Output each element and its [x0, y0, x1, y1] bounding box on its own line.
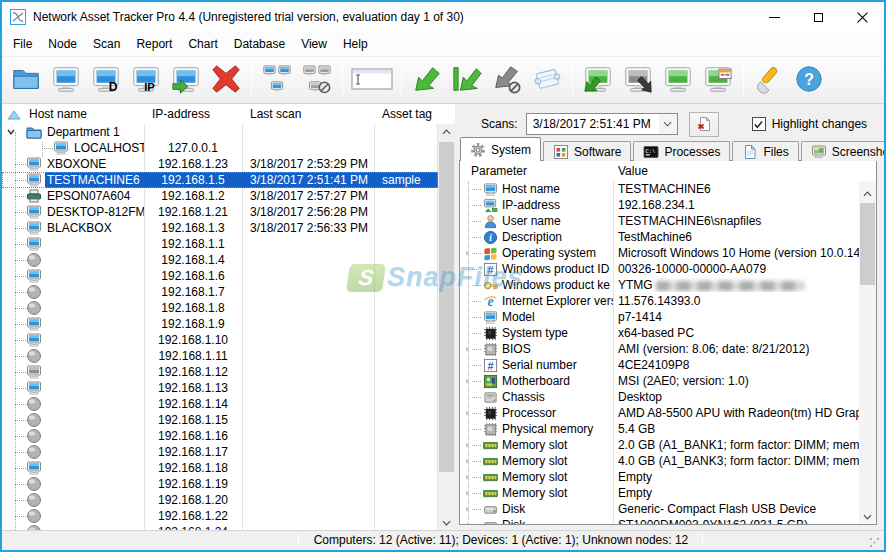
chevron-right-icon[interactable]: ›	[462, 472, 472, 482]
tab-system[interactable]: System	[460, 137, 541, 161]
help-button[interactable]: ?	[789, 60, 829, 100]
chevron-right-icon[interactable]: ›	[462, 520, 472, 524]
tree-row[interactable]: 192.168.1.6	[2, 268, 438, 284]
delete-scan-button[interactable]	[689, 112, 719, 137]
menu-view[interactable]: View	[293, 34, 335, 54]
menu-help[interactable]: Help	[335, 34, 376, 54]
rescan-node-button[interactable]	[407, 60, 447, 100]
parameter-row[interactable]: Physical memory5.4 GB	[460, 421, 859, 437]
menu-file[interactable]: File	[5, 34, 40, 54]
scroll-up-icon[interactable]	[859, 186, 876, 201]
tree-row[interactable]: LOCALHOST127.0.0.1	[2, 140, 438, 156]
menu-node[interactable]: Node	[40, 34, 85, 54]
parameter-row[interactable]: eInternet Explorer vers11.576.14393.0	[460, 293, 859, 309]
tree-row[interactable]: BLACKBOX192.168.1.33/18/2017 2:56:33 PM	[2, 220, 438, 236]
scan-network-button[interactable]	[257, 60, 297, 100]
tree-row[interactable]: 192.168.1.22	[2, 508, 438, 524]
highlight-changes-toggle[interactable]: Highlight changes	[752, 117, 867, 131]
add-computer-button[interactable]	[46, 60, 86, 100]
parameter-row[interactable]: ›BIOSAMI (version: 8.06; date: 8/21/2012…	[460, 341, 859, 357]
tree-row[interactable]: 192.168.1.12	[2, 364, 438, 380]
tab-files[interactable]: Files	[732, 141, 798, 161]
scroll-down-icon[interactable]	[859, 509, 876, 524]
parameter-row[interactable]: Modelp7-1414	[460, 309, 859, 325]
chevron-down-icon[interactable]	[659, 114, 677, 134]
send-message-button[interactable]	[698, 60, 738, 100]
chevron-right-icon[interactable]: ›	[462, 376, 472, 386]
tree-row[interactable]: 192.168.1.8	[2, 300, 438, 316]
parameter-row[interactable]: ›Operating systemMicrosoft Windows 10 Ho…	[460, 245, 859, 261]
scan-log-button[interactable]	[527, 60, 567, 100]
parameter-row[interactable]: ChassisDesktop	[460, 389, 859, 405]
tree-row[interactable]: 192.168.1.19	[2, 476, 438, 492]
chevron-right-icon[interactable]: ›	[462, 488, 472, 498]
remote-shutdown-button[interactable]	[618, 60, 658, 100]
tree-row[interactable]: 192.168.1.16	[2, 428, 438, 444]
parameter-row[interactable]: System typex64-based PC	[460, 325, 859, 341]
tree-scrollbar[interactable]	[438, 124, 455, 530]
header-last-scan[interactable]: Last scan	[242, 104, 374, 124]
tree-row[interactable]: 192.168.1.4	[2, 252, 438, 268]
chevron-right-icon[interactable]: ›	[462, 504, 472, 514]
scan-ip-range-button[interactable]	[348, 60, 396, 100]
tab-screenshot[interactable]: Screenshot	[801, 141, 884, 161]
add-computer-by-ip-button[interactable]: IP	[126, 60, 166, 100]
header-host-name[interactable]: Host name	[2, 104, 144, 124]
parameter-row[interactable]: ›MotherboardMSI (2AE0; version: 1.0)	[460, 373, 859, 389]
parameter-row[interactable]: Host nameTESTMACHINE6	[460, 181, 859, 197]
tree-row[interactable]: DESKTOP-812FMC192.168.1.213/18/2017 2:56…	[2, 204, 438, 220]
scan-select[interactable]: 3/18/2017 2:51:41 PM	[526, 113, 678, 135]
remote-control-on-button[interactable]	[578, 60, 618, 100]
chevron-right-icon[interactable]: ›	[462, 440, 472, 450]
tree-row[interactable]: 192.168.1.18	[2, 460, 438, 476]
tree-row[interactable]: 192.168.1.1	[2, 236, 438, 252]
chevron-right-icon[interactable]: ›	[462, 456, 472, 466]
tab-processes[interactable]: C:\Processes	[633, 141, 730, 161]
open-database-button[interactable]	[6, 60, 46, 100]
tree-row[interactable]: 192.168.1.17	[2, 444, 438, 460]
options-button[interactable]	[749, 60, 789, 100]
tree-row[interactable]: 192.168.1.15	[2, 412, 438, 428]
tree-row[interactable]: 192.168.1.7	[2, 284, 438, 300]
parameter-row[interactable]: #Serial number4CE24109P8	[460, 357, 859, 373]
chevron-right-icon[interactable]: ›	[462, 408, 472, 418]
add-computer-by-domain-button[interactable]: D	[86, 60, 126, 100]
chevron-down-icon[interactable]	[2, 124, 26, 140]
tree-row[interactable]: 192.168.1.9	[2, 316, 438, 332]
parameter-row[interactable]: ›DiskST1000DM003-9YN162 (931.5 GB)	[460, 517, 859, 524]
tree-row[interactable]: TESTMACHINE6192.168.1.53/18/2017 2:51:41…	[2, 172, 438, 188]
import-computers-button[interactable]	[166, 60, 206, 100]
menu-chart[interactable]: Chart	[180, 34, 225, 54]
tree-row[interactable]: 192.168.1.20	[2, 492, 438, 508]
details-scrollbar[interactable]	[859, 181, 876, 524]
parameter-row[interactable]: #Windows product ID00326-10000-00000-AA0…	[460, 261, 859, 277]
header-ip-address[interactable]: IP-address	[144, 104, 242, 124]
header-value[interactable]: Value	[613, 164, 648, 178]
resize-grip[interactable]	[870, 538, 872, 540]
header-asset-tag[interactable]: Asset tag	[374, 104, 438, 124]
parameter-row[interactable]: ›Memory slotEmpty	[460, 485, 859, 501]
scan-network-offline-button[interactable]	[297, 60, 337, 100]
chevron-right-icon[interactable]: ›	[462, 344, 472, 354]
scroll-up-icon[interactable]	[438, 124, 455, 139]
parameter-row[interactable]: Windows product keYTMG	[460, 277, 859, 293]
tree-row[interactable]: 192.168.1.14	[2, 396, 438, 412]
scroll-down-icon[interactable]	[438, 515, 455, 530]
details-scroll-thumb[interactable]	[860, 203, 875, 285]
tree-scroll-thumb[interactable]	[439, 142, 454, 472]
tree-row[interactable]: EPSON07A604192.168.1.23/18/2017 2:57:27 …	[2, 188, 438, 204]
parameter-row[interactable]: ›ProcessorAMD A8-5500 APU with Radeon(tm…	[460, 405, 859, 421]
parameter-row[interactable]: iDescriptionTestMachine6	[460, 229, 859, 245]
close-button[interactable]	[840, 2, 884, 32]
stop-scan-button[interactable]	[487, 60, 527, 100]
tab-software[interactable]: Software	[543, 141, 631, 161]
menu-database[interactable]: Database	[226, 34, 293, 54]
parameter-row[interactable]: ›Memory slot4.0 GB (A1_BANK3; form facto…	[460, 453, 859, 469]
checkbox-icon[interactable]	[752, 117, 766, 131]
maximize-button[interactable]	[796, 2, 840, 32]
tree-row[interactable]: 192.168.1.13	[2, 380, 438, 396]
rescan-all-button[interactable]	[447, 60, 487, 100]
parameter-row[interactable]: ›Memory slotEmpty	[460, 469, 859, 485]
delete-node-button[interactable]	[206, 60, 246, 100]
tree-row[interactable]: 192.168.1.10	[2, 332, 438, 348]
